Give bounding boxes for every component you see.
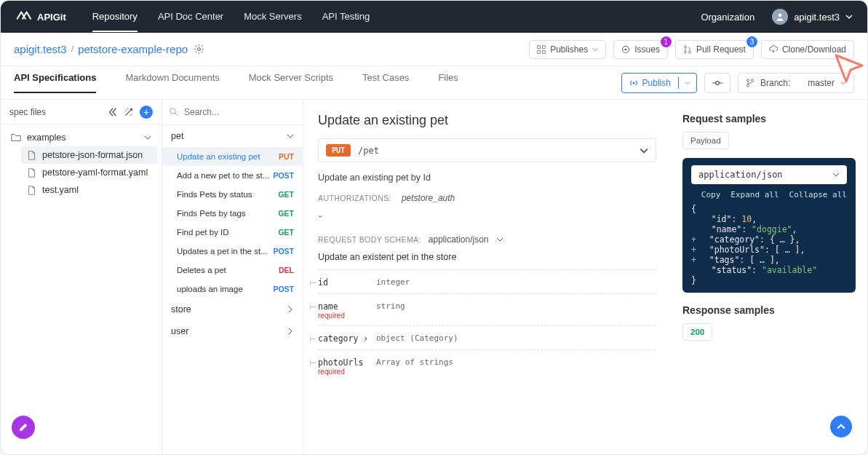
expand-auth-icon[interactable]: › — [316, 215, 325, 218]
expand-all-button[interactable]: Expand all — [730, 190, 779, 199]
issues-label: Issues — [634, 44, 660, 55]
payload-tab[interactable]: Payload — [682, 132, 729, 149]
chevron-down-icon — [592, 47, 598, 52]
svg-rect-4 — [538, 50, 541, 53]
svg-rect-5 — [543, 50, 546, 53]
endpoint-item[interactable]: Find pet by IDGET — [162, 223, 303, 242]
repo-header: apigit.test3 / petstore-example-repo Pub… — [1, 33, 867, 66]
edit-fab[interactable] — [12, 416, 35, 439]
file-name: test.yaml — [42, 185, 79, 195]
code-sample: application/json Copy Expand all Collaps… — [682, 158, 856, 293]
endpoint-group-pet[interactable]: pet — [162, 125, 303, 147]
nav-tabs: RepositoryAPI Doc CenterMock ServersAPI … — [92, 2, 370, 32]
chevron-down-icon — [832, 171, 840, 178]
nav-tab-mock-servers[interactable]: Mock Servers — [244, 2, 301, 32]
tab-markdown-documents[interactable]: Markdown Documents — [125, 72, 219, 93]
organization-link[interactable]: Organization — [701, 12, 754, 23]
gear-icon — [194, 44, 204, 55]
response-200-tab[interactable]: 200 — [682, 323, 712, 341]
param-row: ⊢photoUrlsrequiredArray of strings — [318, 349, 656, 381]
verb-label: POST — [273, 285, 294, 293]
branch-icon — [746, 79, 754, 87]
copy-button[interactable]: Copy — [701, 190, 721, 199]
commit-graph-button[interactable] — [704, 73, 730, 93]
tab-files[interactable]: Files — [438, 72, 458, 93]
endpoint-label: Update an existing pet — [177, 152, 260, 161]
collapse-all-button[interactable]: Collapse all — [789, 190, 847, 199]
topbar: APIGit RepositoryAPI Doc CenterMock Serv… — [1, 1, 867, 33]
tab-test-cases[interactable]: Test Cases — [362, 72, 409, 93]
grid-icon — [537, 45, 546, 54]
add-file-button[interactable]: + — [140, 106, 153, 119]
endpoint-title: Update an existing pet — [318, 113, 656, 128]
scroll-top-button[interactable] — [830, 416, 852, 438]
json-status: available — [767, 265, 812, 275]
auth-value: petstore_auth — [402, 193, 455, 203]
file-row[interactable]: petstore-yaml-format.yaml — [21, 164, 157, 181]
endpoint-description: Update an existing pet by Id — [318, 173, 656, 183]
nav-tab-api-doc-center[interactable]: API Doc Center — [158, 2, 223, 32]
branch-label: Branch: — [760, 78, 790, 88]
brand-logo[interactable]: APIGit — [15, 9, 66, 25]
file-panel: spec files + examples petstore-json-form… — [1, 100, 162, 454]
path-value: /pet — [358, 146, 379, 156]
verb-label: POST — [273, 247, 294, 256]
endpoint-item[interactable]: Finds Pets by tagsGET — [162, 204, 303, 223]
tab-mock-server-scripts[interactable]: Mock Server Scripts — [249, 72, 333, 93]
json-photourls[interactable]: "photoUrls": [ … ], — [709, 245, 805, 255]
chevron-down-icon[interactable] — [496, 236, 503, 243]
user-menu[interactable]: apigit.test3 — [772, 9, 853, 25]
nav-tab-repository[interactable]: Repository — [92, 2, 138, 32]
endpoint-item[interactable]: uploads an imagePOST — [162, 280, 303, 298]
file-icon — [27, 186, 36, 195]
cursor-decoration-icon — [832, 51, 868, 92]
issues-button[interactable]: Issues 1 — [613, 40, 668, 59]
search-icon — [170, 108, 178, 116]
publish-label: Publish — [642, 78, 671, 88]
svg-point-15 — [751, 79, 753, 81]
folder-icon — [11, 132, 21, 143]
endpoint-group-store[interactable]: store — [162, 298, 303, 320]
param-row: ⊢category ›object (Category) — [318, 325, 656, 349]
tab-api-specifications[interactable]: API Specifications — [14, 72, 96, 93]
publish-dropdown[interactable] — [678, 77, 696, 89]
endpoint-label: uploads an image — [177, 285, 243, 293]
breadcrumb-owner[interactable]: apigit.test3 — [14, 43, 67, 55]
collapse-icon[interactable] — [108, 107, 118, 117]
publish-button[interactable]: Publish — [621, 73, 697, 93]
pull-request-button[interactable]: Pull Request 3 — [675, 40, 754, 59]
endpoint-label: Find pet by ID — [177, 228, 229, 237]
endpoint-group-user[interactable]: user — [162, 320, 303, 342]
chevron-down-icon — [685, 80, 690, 86]
endpoint-item[interactable]: Finds Pets by statusGET — [162, 185, 303, 204]
breadcrumb-repo[interactable]: petstore-example-repo — [78, 43, 188, 55]
broadcast-icon — [629, 79, 638, 87]
svg-point-11 — [632, 82, 634, 84]
magic-icon[interactable] — [124, 107, 134, 117]
publishes-label: Publishes — [550, 44, 588, 55]
path-box[interactable]: PUT /pet — [318, 138, 656, 162]
endpoint-item[interactable]: Deletes a petDEL — [162, 261, 303, 280]
verb-label: PUT — [279, 152, 294, 161]
json-category[interactable]: "category": { … }, — [709, 234, 800, 245]
nav-tab-api-testing[interactable]: API Testing — [322, 2, 370, 32]
endpoint-label: Updates a pet in the st... — [177, 247, 268, 256]
endpoint-item[interactable]: Add a new pet to the st...POST — [162, 166, 303, 185]
file-name: petstore-yaml-format.yaml — [42, 167, 148, 178]
file-icon — [27, 151, 36, 160]
endpoint-item[interactable]: Updates a pet in the st...POST — [162, 242, 303, 261]
endpoint-label: Add a new pet to the st... — [177, 171, 269, 180]
repo-settings-button[interactable] — [194, 44, 204, 55]
endpoint-item[interactable]: Update an existing petPUT — [162, 147, 303, 166]
file-row[interactable]: test.yaml — [21, 181, 157, 199]
content-type-select[interactable]: application/json — [691, 165, 847, 184]
svg-point-10 — [688, 51, 690, 53]
json-tags[interactable]: "tags": [ … ], — [709, 255, 780, 265]
publishes-button[interactable]: Publishes — [529, 40, 606, 59]
json-name: doggie — [757, 224, 787, 234]
folder-row[interactable]: examples — [5, 129, 157, 146]
search-input[interactable] — [170, 104, 295, 120]
file-row[interactable]: petstore-json-format.json — [21, 146, 157, 164]
verb-label: GET — [278, 209, 294, 218]
param-row: ⊢idinteger — [318, 269, 656, 293]
